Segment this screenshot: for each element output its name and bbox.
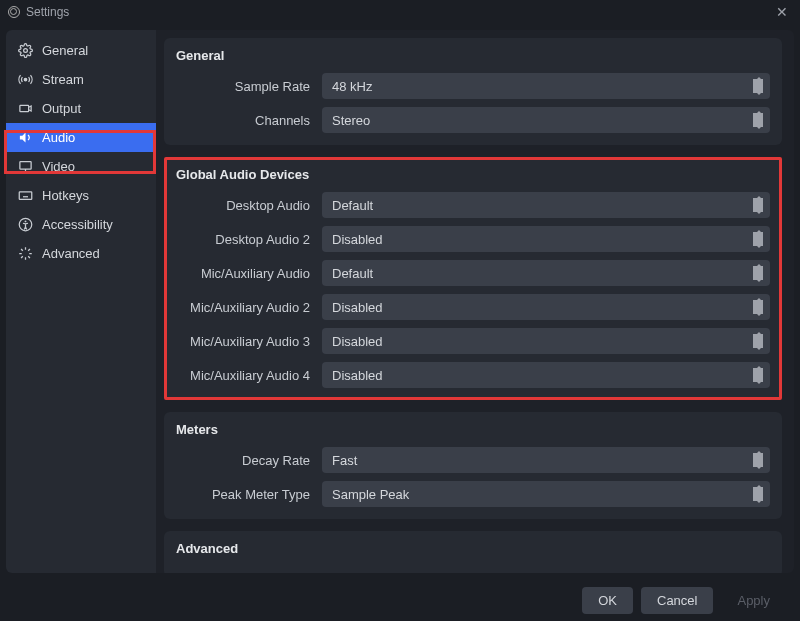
sidebar-item-label: Advanced — [42, 246, 100, 261]
field-label: Desktop Audio — [176, 198, 322, 213]
keyboard-icon — [18, 188, 33, 203]
titlebar: Settings ✕ — [0, 0, 800, 24]
select-value: Disabled — [332, 232, 383, 247]
section-title: General — [176, 48, 770, 63]
footer: OK Cancel Apply — [0, 579, 800, 621]
spinner-icon — [754, 230, 764, 248]
spinner-icon — [754, 77, 764, 95]
sidebar-item-label: Video — [42, 159, 75, 174]
section-meters: Meters Decay Rate Fast Peak Meter Type S… — [164, 412, 782, 519]
select-value: Default — [332, 198, 373, 213]
spinner-icon — [754, 485, 764, 503]
gear-icon — [18, 43, 33, 58]
spinner-icon — [754, 196, 764, 214]
sidebar-item-label: Output — [42, 101, 81, 116]
sidebar-item-stream[interactable]: Stream — [6, 65, 156, 94]
svg-point-6 — [25, 220, 27, 222]
select-value: Disabled — [332, 368, 383, 383]
svg-rect-4 — [19, 192, 32, 200]
mic-aux-audio-2-select[interactable]: Disabled — [322, 294, 770, 320]
select-value: 48 kHz — [332, 79, 372, 94]
sidebar-item-label: Audio — [42, 130, 75, 145]
sidebar-item-video[interactable]: Video — [6, 152, 156, 181]
sample-rate-select[interactable]: 48 kHz — [322, 73, 770, 99]
section-general: General Sample Rate 48 kHz Channels Ster… — [164, 38, 782, 145]
svg-point-0 — [24, 49, 28, 53]
mic-aux-audio-4-select[interactable]: Disabled — [322, 362, 770, 388]
select-value: Default — [332, 266, 373, 281]
select-value: Sample Peak — [332, 487, 409, 502]
sidebar-item-label: Stream — [42, 72, 84, 87]
cancel-button[interactable]: Cancel — [641, 587, 713, 614]
section-title: Advanced — [176, 541, 770, 556]
sidebar-item-hotkeys[interactable]: Hotkeys — [6, 181, 156, 210]
app-icon — [8, 6, 20, 18]
apply-button: Apply — [721, 587, 786, 614]
section-title: Global Audio Devices — [176, 167, 770, 182]
spinner-icon — [754, 451, 764, 469]
audio-icon — [18, 130, 33, 145]
sidebar-item-label: Accessibility — [42, 217, 113, 232]
content-panel[interactable]: General Sample Rate 48 kHz Channels Ster… — [156, 30, 794, 573]
select-value: Stereo — [332, 113, 370, 128]
sidebar: General Stream Output Audio Video — [6, 30, 156, 573]
channels-select[interactable]: Stereo — [322, 107, 770, 133]
spinner-icon — [754, 366, 764, 384]
monitor-icon — [18, 159, 33, 174]
sidebar-item-label: Hotkeys — [42, 188, 89, 203]
sidebar-item-label: General — [42, 43, 88, 58]
spinner-icon — [754, 111, 764, 129]
section-title: Meters — [176, 422, 770, 437]
field-label: Peak Meter Type — [176, 487, 322, 502]
spinner-icon — [754, 332, 764, 350]
spinner-icon — [754, 298, 764, 316]
select-value: Disabled — [332, 300, 383, 315]
ok-button[interactable]: OK — [582, 587, 633, 614]
sidebar-item-accessibility[interactable]: Accessibility — [6, 210, 156, 239]
field-label: Mic/Auxiliary Audio 2 — [176, 300, 322, 315]
accessibility-icon — [18, 217, 33, 232]
decay-rate-select[interactable]: Fast — [322, 447, 770, 473]
sidebar-item-advanced[interactable]: Advanced — [6, 239, 156, 268]
field-label: Mic/Auxiliary Audio 4 — [176, 368, 322, 383]
mic-aux-audio-3-select[interactable]: Disabled — [322, 328, 770, 354]
select-value: Disabled — [332, 334, 383, 349]
tools-icon — [18, 246, 33, 261]
desktop-audio-select[interactable]: Default — [322, 192, 770, 218]
sidebar-item-audio[interactable]: Audio — [6, 123, 156, 152]
field-label: Mic/Auxiliary Audio 3 — [176, 334, 322, 349]
broadcast-icon — [18, 72, 33, 87]
field-label: Desktop Audio 2 — [176, 232, 322, 247]
field-label: Sample Rate — [176, 79, 322, 94]
section-advanced: Advanced — [164, 531, 782, 573]
section-global-audio-devices: Global Audio Devices Desktop Audio Defau… — [164, 157, 782, 400]
svg-rect-3 — [20, 162, 31, 170]
svg-point-1 — [24, 78, 27, 81]
spinner-icon — [754, 264, 764, 282]
field-label: Channels — [176, 113, 322, 128]
desktop-audio-2-select[interactable]: Disabled — [322, 226, 770, 252]
mic-aux-audio-select[interactable]: Default — [322, 260, 770, 286]
window-title: Settings — [26, 5, 69, 19]
select-value: Fast — [332, 453, 357, 468]
close-icon[interactable]: ✕ — [772, 4, 792, 20]
field-label: Mic/Auxiliary Audio — [176, 266, 322, 281]
svg-rect-2 — [20, 105, 29, 111]
output-icon — [18, 101, 33, 116]
sidebar-item-general[interactable]: General — [6, 36, 156, 65]
field-label: Decay Rate — [176, 453, 322, 468]
sidebar-item-output[interactable]: Output — [6, 94, 156, 123]
peak-meter-type-select[interactable]: Sample Peak — [322, 481, 770, 507]
